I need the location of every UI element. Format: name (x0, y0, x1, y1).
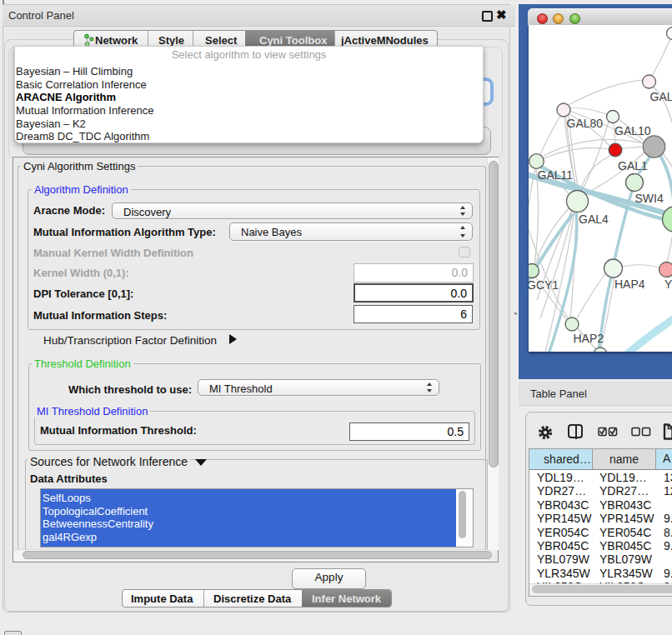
svg-text:SWI4: SWI4 (635, 192, 664, 205)
svg-text:GAL4: GAL4 (579, 212, 609, 226)
svg-text:GCY1: GCY1 (529, 278, 559, 292)
svg-text:HAP2: HAP2 (574, 332, 604, 345)
svg-text:GAL80: GAL80 (650, 90, 672, 103)
svg-text:GAL10: GAL10 (614, 124, 651, 138)
svg-text:GAL11: GAL11 (538, 168, 574, 182)
svg-text:HAP4: HAP4 (614, 278, 645, 291)
svg-text:YJ: YJ (664, 278, 672, 291)
svg-text:GAL1: GAL1 (618, 159, 648, 172)
svg-text:GAL80: GAL80 (567, 117, 604, 130)
